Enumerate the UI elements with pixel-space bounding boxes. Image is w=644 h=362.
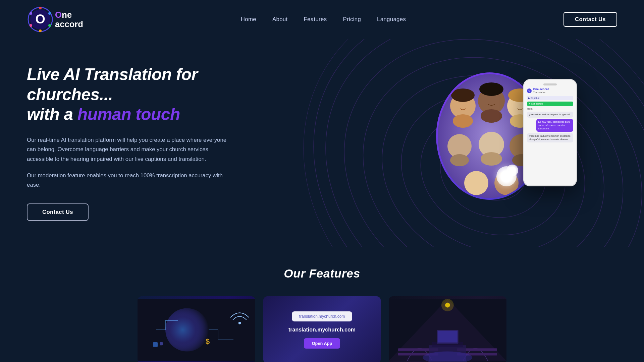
svg-rect-49	[160, 342, 163, 345]
feature-card-1: $	[138, 296, 255, 362]
svg-point-33	[464, 171, 488, 195]
svg-rect-48	[153, 342, 158, 347]
feature-card-3	[389, 296, 506, 362]
phone-bubble-3: Podemos traducir tu reunión en directo a…	[527, 133, 573, 142]
phone-subtitle: Translation	[533, 91, 549, 94]
svg-point-7	[30, 24, 32, 27]
phone-screen: O One accord Translation ▶ Español ● Con…	[524, 80, 576, 185]
phone-bubble-2: Es muy fácil, escríbenos para saber más …	[536, 119, 573, 132]
navbar: O One accord Home About Features Pricing…	[0, 0, 644, 39]
svg-point-24	[481, 109, 502, 123]
features-title: Our Features	[27, 267, 617, 280]
nav-home[interactable]: Home	[241, 16, 256, 22]
svg-text:O: O	[35, 12, 45, 26]
feature-url-text: translation.mychurch.com	[288, 327, 356, 333]
phone-mockup: O One accord Translation ▶ Español ● Con…	[523, 79, 577, 186]
hero-image-container: O One accord Translation ▶ Español ● Con…	[436, 72, 577, 213]
svg-point-46	[238, 322, 241, 324]
svg-point-30	[481, 152, 502, 166]
feature-card-2: translation.mychurch.com translation.myc…	[263, 296, 381, 362]
svg-point-3	[39, 7, 42, 9]
svg-point-28	[450, 154, 469, 166]
phone-bubble-1: ¿Necesitas traducción para tu Iglesia?	[527, 112, 573, 118]
features-section: Our Features	[0, 247, 644, 362]
hero-orb-small	[506, 165, 518, 176]
svg-point-52	[441, 299, 454, 311]
nav-links: Home About Features Pricing Languages	[241, 16, 406, 23]
hero-description-1: Our real-time AI translation platform wi…	[27, 135, 235, 164]
svg-point-6	[39, 29, 42, 32]
svg-point-37	[479, 82, 503, 96]
phone-status: ● Connected	[527, 102, 573, 106]
logo[interactable]: O One accord	[27, 6, 83, 33]
svg-point-35	[451, 88, 475, 102]
svg-point-4	[48, 12, 51, 15]
svg-point-8	[30, 12, 32, 15]
phone-language: Español	[531, 97, 539, 100]
phone-app-name: One accord	[533, 87, 549, 91]
svg-point-5	[48, 24, 51, 27]
nav-languages[interactable]: Languages	[377, 16, 406, 22]
hero-description-2: Our moderation feature enables you to re…	[27, 171, 235, 190]
nav-pricing[interactable]: Pricing	[343, 16, 361, 22]
hero-title: Live AI Translation for churches... with…	[27, 65, 268, 125]
phone-greeting: Hola!	[527, 107, 573, 110]
hero-section: .ring { fill: none; stroke: rgba(130, 60…	[0, 39, 644, 247]
svg-point-39	[165, 308, 209, 351]
nav-features[interactable]: Features	[304, 16, 327, 22]
svg-rect-60	[438, 331, 458, 343]
hero-contact-button[interactable]: Contact Us	[27, 203, 89, 221]
nav-contact-button[interactable]: Contact Us	[564, 12, 617, 27]
nav-about[interactable]: About	[272, 16, 288, 22]
logo-icon: O	[27, 6, 54, 33]
hero-content: Live AI Translation for churches... with…	[27, 65, 268, 221]
svg-text:$: $	[206, 337, 210, 346]
features-grid: $ translation.mychurch.com translation.m…	[138, 296, 506, 362]
svg-point-22	[453, 114, 473, 128]
